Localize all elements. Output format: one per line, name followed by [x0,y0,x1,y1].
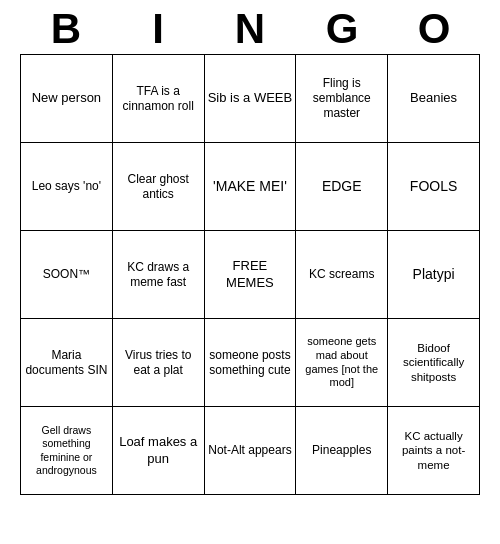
bingo-cell-2-2: FREE MEMES [204,231,296,319]
title-letter-n: N [220,8,280,50]
bingo-cell-3-1: Virus tries to eat a plat [112,319,204,407]
bingo-cell-1-2: 'MAKE MEI' [204,143,296,231]
bingo-cell-4-1: Loaf makes a pun [112,407,204,495]
bingo-cell-0-2: Sib is a WEEB [204,55,296,143]
bingo-title: BINGO [20,0,480,54]
bingo-cell-1-0: Leo says 'no' [21,143,113,231]
bingo-cell-2-4: Platypi [388,231,480,319]
bingo-cell-2-3: KC screams [296,231,388,319]
bingo-row-2: SOON™KC draws a meme fastFREE MEMESKC sc… [21,231,480,319]
title-letter-g: G [312,8,372,50]
bingo-row-4: Gell draws something feminine or androgy… [21,407,480,495]
bingo-cell-4-3: Pineapples [296,407,388,495]
bingo-cell-3-4: Bidoof scientifically shitposts [388,319,480,407]
title-letter-o: O [404,8,464,50]
title-letter-i: I [128,8,188,50]
bingo-cell-4-0: Gell draws something feminine or androgy… [21,407,113,495]
bingo-cell-0-1: TFA is a cinnamon roll [112,55,204,143]
bingo-cell-3-3: someone gets mad about games [not the mo… [296,319,388,407]
bingo-row-0: New personTFA is a cinnamon rollSib is a… [21,55,480,143]
bingo-cell-2-0: SOON™ [21,231,113,319]
bingo-cell-3-2: someone posts something cute [204,319,296,407]
bingo-cell-1-4: FOOLS [388,143,480,231]
bingo-grid: New personTFA is a cinnamon rollSib is a… [20,54,480,495]
bingo-cell-0-0: New person [21,55,113,143]
bingo-cell-2-1: KC draws a meme fast [112,231,204,319]
bingo-row-1: Leo says 'no'Clear ghost antics'MAKE MEI… [21,143,480,231]
bingo-cell-0-3: Fling is semblance master [296,55,388,143]
title-letter-b: B [36,8,96,50]
bingo-cell-1-1: Clear ghost antics [112,143,204,231]
bingo-row-3: Maria documents SINVirus tries to eat a … [21,319,480,407]
bingo-cell-4-2: Not-Alt appears [204,407,296,495]
bingo-cell-1-3: EDGE [296,143,388,231]
bingo-cell-0-4: Beanies [388,55,480,143]
bingo-cell-4-4: KC actually paints a not-meme [388,407,480,495]
bingo-cell-3-0: Maria documents SIN [21,319,113,407]
